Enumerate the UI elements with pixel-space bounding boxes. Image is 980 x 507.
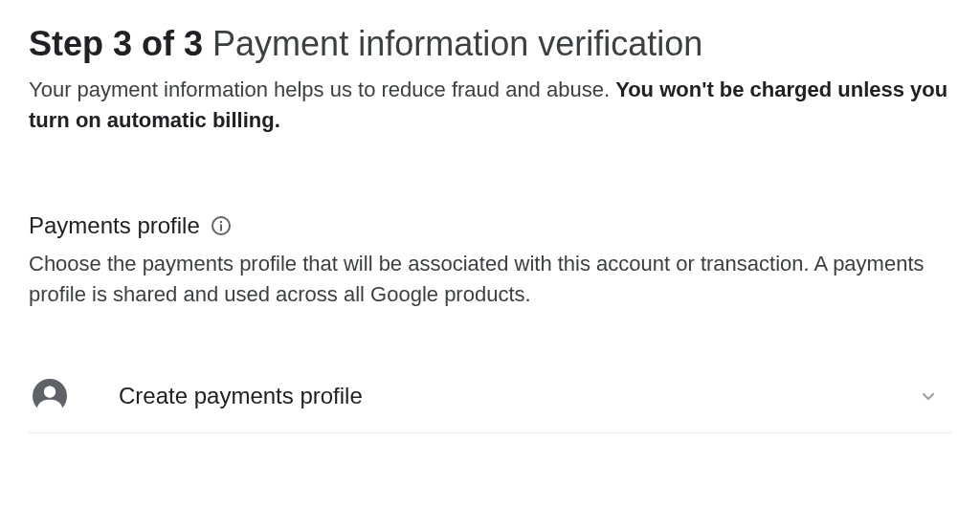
profile-section-header: Payments profile	[29, 212, 951, 239]
intro-text: Your payment information helps us to red…	[29, 75, 951, 136]
profile-section-description: Choose the payments profile that will be…	[29, 249, 951, 310]
intro-regular: Your payment information helps us to red…	[29, 77, 615, 101]
chevron-down-icon	[915, 383, 942, 409]
person-icon	[33, 379, 67, 413]
create-payments-profile-selector[interactable]: Create payments profile	[29, 367, 951, 433]
page-title: Payment information verification	[212, 24, 702, 63]
svg-rect-1	[220, 225, 222, 231]
step-number: Step 3 of 3	[29, 24, 203, 63]
profile-section-title: Payments profile	[29, 212, 200, 239]
selector-label: Create payments profile	[119, 383, 915, 409]
info-icon[interactable]	[210, 214, 233, 237]
svg-rect-2	[220, 221, 222, 223]
page-heading: Step 3 of 3 Payment information verifica…	[29, 23, 951, 65]
svg-point-7	[44, 386, 56, 398]
